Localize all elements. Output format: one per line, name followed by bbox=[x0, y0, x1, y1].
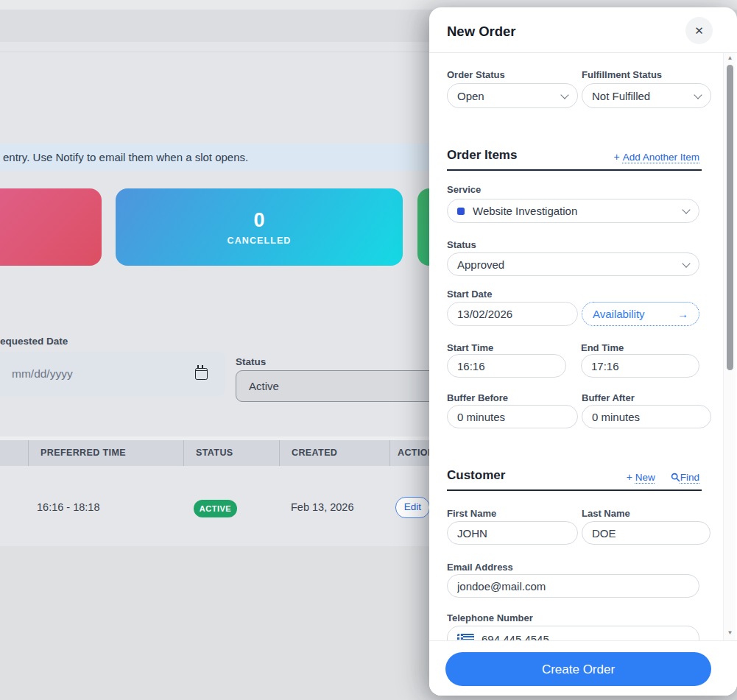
telephone-label: Telephone Number bbox=[447, 612, 533, 623]
order-items-rule bbox=[447, 169, 702, 171]
modal-footer: Create Order bbox=[429, 640, 737, 696]
scroll-down-icon[interactable]: ▼ bbox=[724, 630, 736, 636]
end-time-input[interactable] bbox=[581, 354, 699, 378]
telephone-value: 694 445 4545 bbox=[482, 633, 549, 641]
header-cell-preferred-time: PREFERRED TIME bbox=[29, 440, 184, 466]
scroll-up-icon[interactable]: ▲ bbox=[724, 55, 736, 61]
row-preferred-time: 16:16 - 18:18 bbox=[37, 501, 99, 513]
buffer-after-input[interactable]: 0 minutes bbox=[582, 405, 711, 428]
customer-links: +New Find bbox=[562, 470, 699, 484]
start-time-input[interactable] bbox=[447, 354, 566, 378]
order-status-value: Open bbox=[457, 90, 484, 102]
order-items-title: Order Items bbox=[447, 148, 517, 163]
fulfillment-status-value: Not Fulfilled bbox=[592, 90, 650, 102]
service-value: Website Investigation bbox=[473, 205, 577, 217]
header-cell-created: CREATED bbox=[280, 440, 390, 466]
stat-card-pink bbox=[0, 188, 102, 266]
new-order-modal: New Order ✕ Order Status Fulfillment Sta… bbox=[429, 7, 737, 696]
close-button[interactable]: ✕ bbox=[685, 17, 713, 44]
modal-body: Order Status Fulfillment Status Open Not… bbox=[429, 53, 724, 640]
status-filter-label: Status bbox=[236, 356, 266, 367]
edit-button[interactable]: Edit bbox=[395, 497, 430, 518]
buffer-after-value: 0 minutes bbox=[592, 411, 640, 423]
customer-rule bbox=[447, 489, 702, 491]
fulfillment-status-label: Fulfillment Status bbox=[582, 69, 662, 80]
plus-icon: + bbox=[613, 151, 619, 163]
modal-header: New Order ✕ bbox=[429, 7, 737, 53]
chevron-down-icon bbox=[694, 91, 702, 99]
first-name-label: First Name bbox=[447, 508, 496, 519]
service-select[interactable]: Website Investigation bbox=[447, 199, 699, 223]
email-input[interactable] bbox=[447, 574, 699, 598]
item-status-value: Approved bbox=[457, 258, 504, 271]
status-badge: ACTIVE bbox=[194, 500, 237, 517]
availability-label: Availability bbox=[593, 308, 645, 320]
service-icon bbox=[457, 208, 465, 215]
scrollbar-thumb[interactable] bbox=[727, 65, 733, 370]
date-placeholder: mm/dd/yyyy bbox=[12, 367, 195, 381]
plus-icon: + bbox=[627, 471, 632, 483]
create-order-button[interactable]: Create Order bbox=[445, 652, 711, 686]
buffer-before-input[interactable]: 0 minutes bbox=[447, 405, 578, 428]
header-cell-status: STATUS bbox=[184, 440, 280, 466]
cancelled-label: CANCELLED bbox=[228, 236, 292, 246]
availability-button[interactable]: Availability → bbox=[582, 302, 699, 326]
chevron-down-icon bbox=[682, 259, 690, 267]
last-name-input[interactable] bbox=[582, 521, 710, 545]
modal-title: New Order bbox=[447, 24, 516, 40]
email-label: Email Address bbox=[447, 562, 513, 573]
customer-new-link[interactable]: +New bbox=[627, 470, 655, 483]
notify-banner-text: entry. Use Notify to email them when a s… bbox=[3, 151, 248, 163]
search-icon bbox=[671, 473, 680, 482]
buffer-after-label: Buffer After bbox=[582, 392, 635, 403]
item-status-label: Status bbox=[447, 239, 476, 250]
buffer-before-value: 0 minutes bbox=[457, 411, 505, 423]
status-filter-value: Active bbox=[249, 380, 279, 392]
start-time-label: Start Time bbox=[447, 342, 493, 353]
modal-scrollbar[interactable]: ▲ ▼ bbox=[723, 53, 736, 640]
chevron-down-icon bbox=[682, 205, 690, 213]
stat-card-cancelled: 0 CANCELLED bbox=[116, 188, 403, 266]
row-created: Feb 13, 2026 bbox=[291, 501, 353, 513]
item-status-select[interactable]: Approved bbox=[447, 252, 699, 276]
service-label: Service bbox=[447, 184, 481, 195]
greece-flag-icon bbox=[457, 634, 474, 641]
close-icon: ✕ bbox=[694, 24, 704, 37]
calendar-icon[interactable] bbox=[195, 368, 208, 380]
telephone-input[interactable]: 694 445 4545 bbox=[447, 626, 699, 640]
chevron-down-icon bbox=[560, 91, 568, 99]
order-status-label: Order Status bbox=[447, 69, 505, 80]
last-name-label: Last Name bbox=[582, 508, 630, 519]
start-date-label: Start Date bbox=[447, 289, 492, 300]
customer-find-link[interactable]: Find bbox=[671, 470, 699, 483]
requested-date-input[interactable]: mm/dd/yyyy bbox=[0, 352, 225, 396]
header-cell-empty bbox=[0, 440, 29, 466]
customer-title: Customer bbox=[447, 468, 505, 483]
requested-date-label: equested Date bbox=[0, 336, 68, 347]
first-name-input[interactable] bbox=[447, 521, 578, 545]
buffer-before-label: Buffer Before bbox=[447, 392, 508, 403]
end-time-label: End Time bbox=[581, 342, 624, 353]
start-date-input[interactable] bbox=[447, 302, 578, 326]
arrow-right-icon: → bbox=[677, 308, 688, 320]
add-another-item-link[interactable]: +Add Another Item bbox=[607, 150, 699, 163]
fulfillment-status-select[interactable]: Not Fulfilled bbox=[582, 83, 711, 108]
cancelled-count: 0 bbox=[253, 209, 264, 231]
order-status-select[interactable]: Open bbox=[447, 83, 578, 108]
